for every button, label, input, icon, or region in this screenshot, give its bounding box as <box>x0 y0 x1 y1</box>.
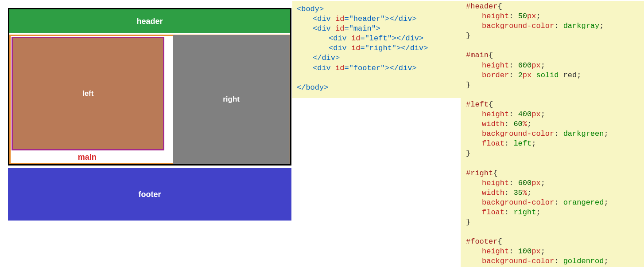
diagram-wrap: header left right main <box>8 8 291 166</box>
css-selector: #left <box>466 100 489 109</box>
css-selector: #main <box>466 51 489 59</box>
css-num: 600 <box>518 61 532 70</box>
body-open-tag: body <box>301 5 319 13</box>
css-prop: height <box>482 61 509 70</box>
css-num: 50 <box>518 12 527 20</box>
css-selector: #right <box>466 169 493 177</box>
diagram-right-box: right <box>173 35 290 164</box>
layout-diagram: header left right main footer <box>0 0 292 221</box>
css-num: 35 <box>513 189 522 197</box>
diagram-header-label: header <box>136 17 163 26</box>
css-prop: background-color <box>482 198 554 207</box>
diagram-main-box: left right main <box>9 35 290 164</box>
diagram-left-label: left <box>82 89 94 98</box>
css-keyword: right <box>513 208 536 217</box>
diagram-right-label: right <box>223 95 240 104</box>
diagram-main-inner: left right <box>11 36 289 164</box>
css-selector: #header <box>466 2 497 11</box>
css-prop: background-color <box>482 130 554 138</box>
css-keyword: orangered <box>563 198 604 207</box>
css-num: 100 <box>518 247 532 256</box>
css-keyword: goldenrod <box>563 257 604 265</box>
css-prop: height <box>482 179 509 187</box>
html-code-block: <body> <div id="header"></div> <div id="… <box>292 1 461 98</box>
css-keyword: red <box>563 71 577 79</box>
css-selector: #footer <box>466 237 497 246</box>
css-prop: background-color <box>482 257 554 265</box>
css-num: 400 <box>518 110 532 118</box>
css-prop: background-color <box>482 22 554 30</box>
diagram-footer-box: footer <box>8 168 291 221</box>
css-code-block: #header{ height: 50px; background-color:… <box>461 1 644 267</box>
diagram-main-label: main <box>11 151 163 163</box>
css-prop: float <box>482 139 504 148</box>
css-keyword: solid <box>536 71 559 79</box>
css-prop: width <box>482 120 504 128</box>
css-keyword: darkgreen <box>563 130 604 138</box>
body-close-tag: body <box>306 83 324 92</box>
css-prop: height <box>482 12 509 20</box>
css-prop: border <box>482 71 509 79</box>
diagram-left-box: left <box>12 37 164 150</box>
css-keyword: darkgray <box>563 22 600 30</box>
css-prop: width <box>482 189 504 197</box>
css-prop: height <box>482 110 509 118</box>
css-prop: float <box>482 208 504 217</box>
diagram-footer-label: footer <box>139 190 161 199</box>
css-num: 2 <box>518 71 523 79</box>
css-num: 60 <box>513 120 522 128</box>
css-num: 600 <box>518 179 532 187</box>
diagram-header-box: header <box>9 9 290 33</box>
css-keyword: left <box>513 139 531 148</box>
css-prop: height <box>482 247 509 256</box>
